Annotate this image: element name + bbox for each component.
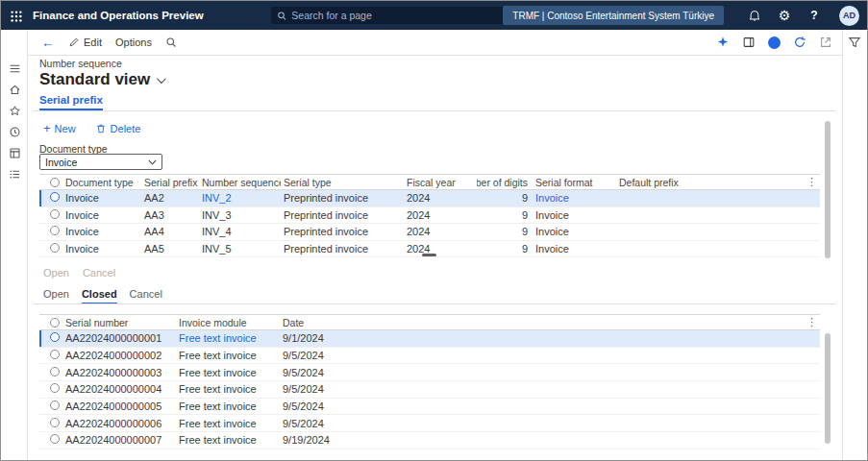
grid-cell: 9/5/2024 [280,383,820,395]
column-header[interactable]: Fiscal year [404,177,477,188]
table-row[interactable]: Invoice AA3 INV_3 Preprinted invoice 202… [39,207,820,225]
account-avatar[interactable]: AD [839,6,859,26]
table-row[interactable]: AA22024000000005 Free text invoice 9/5/2… [39,399,820,416]
row-selector-radio[interactable] [50,350,60,359]
row-selector-radio[interactable] [50,367,60,376]
tab-serial-prefix[interactable]: Serial prefix [39,94,103,110]
grid-cell: 2024 [404,209,477,221]
grid-options-button[interactable]: ⋮ [806,176,817,188]
column-header[interactable]: Serial format [533,177,616,188]
sparkle-icon[interactable] [716,36,730,49]
column-header[interactable]: Date [280,317,820,328]
grid-cell: 9/1/2024 [280,332,820,344]
search-action-button[interactable] [165,36,177,48]
waffle-icon [10,10,23,23]
workspaces-nav-button[interactable] [6,165,23,182]
tab-cancel[interactable]: Cancel [130,288,162,304]
grid-splitter-handle[interactable] [422,254,436,256]
company-picker[interactable]: TRMF | Contoso Entertainment System Türk… [503,6,724,25]
document-type-combobox[interactable]: Invoice [39,154,162,170]
row-selector-radio[interactable] [50,226,60,235]
settings-button[interactable]: ⚙ [776,7,793,24]
back-button[interactable]: ← [41,36,55,49]
grid-cell: 9/5/2024 [280,400,820,412]
grid-cell-link[interactable]: INV_2 [199,192,281,204]
copilot-icon[interactable] [768,36,781,49]
grid-cell: 9 [477,192,533,204]
tab-closed[interactable]: Closed [82,288,117,304]
tab-open[interactable]: Open [43,288,69,304]
search-input[interactable] [291,10,521,21]
column-header[interactable]: Default prefix [616,177,820,188]
section-divider [33,303,836,304]
filter-pane-button[interactable] [848,36,863,51]
modules-nav-button[interactable] [6,144,23,161]
table-row[interactable]: AA22024000000001 Free text invoice 9/1/2… [39,330,820,348]
row-selector-radio[interactable] [50,418,60,427]
column-header[interactable]: Number of digits [477,177,533,188]
help-button[interactable]: ? [806,7,823,24]
refresh-icon[interactable] [793,36,806,49]
grid-cell: AA22024000000007 [62,434,176,446]
delete-button[interactable]: Delete [95,123,141,134]
edit-button[interactable]: Edit [68,36,102,48]
open-button-disabled[interactable]: Open [43,267,69,279]
column-header[interactable]: Invoice module [176,317,280,328]
status-tab-strip: Open Closed Cancel [43,288,162,304]
row-selector-radio[interactable] [50,383,60,393]
row-selector-radio[interactable] [50,400,60,410]
select-all-radio[interactable] [39,318,62,328]
table-row[interactable]: AA22024000000007 Free text invoice 9/19/… [39,432,820,449]
column-header[interactable]: Number sequence group [199,177,281,188]
vertical-scrollbar[interactable] [825,121,831,258]
grid-cell-link[interactable]: Invoice [533,192,616,204]
page-title[interactable]: Standard view [39,70,163,89]
table-row[interactable]: AA22024000000006 Free text invoice 9/5/2… [39,415,820,432]
modules-icon [9,147,21,159]
row-selector-radio[interactable] [50,192,60,202]
column-header[interactable]: Serial number [62,317,176,328]
cancel-button-disabled[interactable]: Cancel [83,267,115,279]
grid-toolbar: + New Delete [43,122,140,134]
open-in-new-window-icon[interactable] [819,36,832,49]
select-all-radio[interactable] [39,178,62,187]
grid-cell: AA22024000000005 [62,400,176,412]
grid-cell: Preprinted invoice [281,209,404,221]
recent-nav-button[interactable] [6,123,23,140]
notifications-button[interactable] [746,7,763,24]
grid-cell: 9/5/2024 [280,418,820,429]
expand-menu-button[interactable] [6,60,23,77]
grid-options-button[interactable]: ⋮ [806,316,817,328]
new-button[interactable]: + New [43,122,76,134]
side-panel-icon[interactable] [742,36,756,49]
column-header[interactable]: Document type [62,177,141,188]
grid-cell-link[interactable]: Free text invoice [176,332,280,344]
options-label: Options [115,36,152,48]
row-select-cell [39,192,62,204]
trash-icon [95,123,107,134]
options-button[interactable]: Options [115,36,152,48]
favorites-nav-button[interactable] [6,102,23,119]
row-select-cell [39,332,62,344]
app-launcher-icon[interactable] [8,8,24,24]
home-nav-button[interactable] [6,81,23,98]
hamburger-icon [9,62,21,75]
table-row[interactable]: Invoice AA2 INV_2 Preprinted invoice 202… [39,190,820,207]
grid-cell: INV_3 [199,209,281,221]
grid-cell: Free text invoice [176,434,280,446]
row-selector-radio[interactable] [50,209,60,219]
global-search[interactable] [271,7,527,24]
vertical-scrollbar[interactable] [825,333,831,444]
row-selector-radio[interactable] [50,434,60,444]
table-row[interactable]: Invoice AA4 INV_4 Preprinted invoice 202… [39,224,820,241]
table-row[interactable]: AA22024000000003 Free text invoice 9/5/2… [39,364,820,381]
table-row[interactable]: AA22024000000002 Free text invoice 9/5/2… [39,348,820,365]
column-header[interactable]: Serial prefix [141,177,199,188]
row-selector-radio[interactable] [50,243,60,253]
combobox-value: Invoice [45,157,77,168]
column-header[interactable]: Serial type [281,177,404,188]
row-select-cell [39,383,62,395]
row-selector-radio[interactable] [50,332,60,342]
grid-cell: Preprinted invoice [281,243,404,255]
table-row[interactable]: AA22024000000004 Free text invoice 9/5/2… [39,381,820,399]
